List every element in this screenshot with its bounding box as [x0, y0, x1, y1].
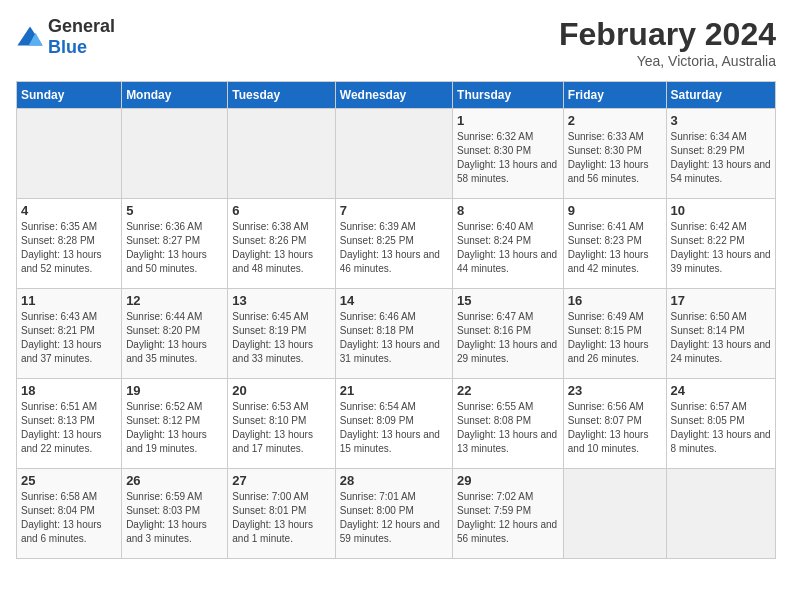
main-title: February 2024: [559, 16, 776, 53]
day-detail: Sunrise: 6:55 AMSunset: 8:08 PMDaylight:…: [457, 400, 559, 456]
day-detail: Sunrise: 6:38 AMSunset: 8:26 PMDaylight:…: [232, 220, 330, 276]
day-detail: Sunrise: 6:39 AMSunset: 8:25 PMDaylight:…: [340, 220, 448, 276]
calendar-cell: 2Sunrise: 6:33 AMSunset: 8:30 PMDaylight…: [563, 109, 666, 199]
calendar-cell: 14Sunrise: 6:46 AMSunset: 8:18 PMDayligh…: [335, 289, 452, 379]
day-number: 14: [340, 293, 448, 308]
day-detail: Sunrise: 6:43 AMSunset: 8:21 PMDaylight:…: [21, 310, 117, 366]
logo-text: General Blue: [48, 16, 115, 58]
day-number: 12: [126, 293, 223, 308]
calendar-header-row: SundayMondayTuesdayWednesdayThursdayFrid…: [17, 82, 776, 109]
calendar-cell: 24Sunrise: 6:57 AMSunset: 8:05 PMDayligh…: [666, 379, 775, 469]
day-detail: Sunrise: 6:51 AMSunset: 8:13 PMDaylight:…: [21, 400, 117, 456]
day-detail: Sunrise: 6:47 AMSunset: 8:16 PMDaylight:…: [457, 310, 559, 366]
day-detail: Sunrise: 6:54 AMSunset: 8:09 PMDaylight:…: [340, 400, 448, 456]
day-detail: Sunrise: 6:49 AMSunset: 8:15 PMDaylight:…: [568, 310, 662, 366]
day-number: 1: [457, 113, 559, 128]
calendar-cell: 3Sunrise: 6:34 AMSunset: 8:29 PMDaylight…: [666, 109, 775, 199]
calendar-cell: 26Sunrise: 6:59 AMSunset: 8:03 PMDayligh…: [122, 469, 228, 559]
calendar-cell: 22Sunrise: 6:55 AMSunset: 8:08 PMDayligh…: [453, 379, 564, 469]
day-number: 5: [126, 203, 223, 218]
calendar-week-row: 25Sunrise: 6:58 AMSunset: 8:04 PMDayligh…: [17, 469, 776, 559]
page-header: General Blue February 2024 Yea, Victoria…: [16, 16, 776, 69]
day-of-week-header: Friday: [563, 82, 666, 109]
calendar-week-row: 1Sunrise: 6:32 AMSunset: 8:30 PMDaylight…: [17, 109, 776, 199]
logo-general: General: [48, 16, 115, 36]
calendar-cell: 28Sunrise: 7:01 AMSunset: 8:00 PMDayligh…: [335, 469, 452, 559]
day-of-week-header: Thursday: [453, 82, 564, 109]
day-detail: Sunrise: 7:01 AMSunset: 8:00 PMDaylight:…: [340, 490, 448, 546]
subtitle: Yea, Victoria, Australia: [559, 53, 776, 69]
calendar-cell: [335, 109, 452, 199]
day-detail: Sunrise: 6:40 AMSunset: 8:24 PMDaylight:…: [457, 220, 559, 276]
day-number: 18: [21, 383, 117, 398]
day-number: 7: [340, 203, 448, 218]
day-of-week-header: Tuesday: [228, 82, 335, 109]
day-number: 13: [232, 293, 330, 308]
day-number: 9: [568, 203, 662, 218]
day-number: 6: [232, 203, 330, 218]
day-number: 17: [671, 293, 771, 308]
day-number: 3: [671, 113, 771, 128]
logo-blue: Blue: [48, 37, 87, 57]
day-detail: Sunrise: 6:53 AMSunset: 8:10 PMDaylight:…: [232, 400, 330, 456]
calendar-cell: 29Sunrise: 7:02 AMSunset: 7:59 PMDayligh…: [453, 469, 564, 559]
calendar-cell: [563, 469, 666, 559]
calendar-cell: 20Sunrise: 6:53 AMSunset: 8:10 PMDayligh…: [228, 379, 335, 469]
calendar-week-row: 11Sunrise: 6:43 AMSunset: 8:21 PMDayligh…: [17, 289, 776, 379]
calendar-cell: [228, 109, 335, 199]
calendar-cell: [666, 469, 775, 559]
title-block: February 2024 Yea, Victoria, Australia: [559, 16, 776, 69]
day-detail: Sunrise: 6:46 AMSunset: 8:18 PMDaylight:…: [340, 310, 448, 366]
calendar-table: SundayMondayTuesdayWednesdayThursdayFrid…: [16, 81, 776, 559]
day-of-week-header: Sunday: [17, 82, 122, 109]
calendar-cell: 11Sunrise: 6:43 AMSunset: 8:21 PMDayligh…: [17, 289, 122, 379]
calendar-cell: 25Sunrise: 6:58 AMSunset: 8:04 PMDayligh…: [17, 469, 122, 559]
calendar-cell: [17, 109, 122, 199]
calendar-cell: 1Sunrise: 6:32 AMSunset: 8:30 PMDaylight…: [453, 109, 564, 199]
calendar-cell: 6Sunrise: 6:38 AMSunset: 8:26 PMDaylight…: [228, 199, 335, 289]
calendar-cell: 9Sunrise: 6:41 AMSunset: 8:23 PMDaylight…: [563, 199, 666, 289]
calendar-cell: 7Sunrise: 6:39 AMSunset: 8:25 PMDaylight…: [335, 199, 452, 289]
calendar-cell: 4Sunrise: 6:35 AMSunset: 8:28 PMDaylight…: [17, 199, 122, 289]
day-number: 23: [568, 383, 662, 398]
day-number: 27: [232, 473, 330, 488]
calendar-week-row: 4Sunrise: 6:35 AMSunset: 8:28 PMDaylight…: [17, 199, 776, 289]
calendar-cell: 8Sunrise: 6:40 AMSunset: 8:24 PMDaylight…: [453, 199, 564, 289]
day-of-week-header: Saturday: [666, 82, 775, 109]
day-number: 20: [232, 383, 330, 398]
day-number: 8: [457, 203, 559, 218]
day-number: 28: [340, 473, 448, 488]
calendar-cell: [122, 109, 228, 199]
calendar-cell: 27Sunrise: 7:00 AMSunset: 8:01 PMDayligh…: [228, 469, 335, 559]
day-number: 15: [457, 293, 559, 308]
day-detail: Sunrise: 6:32 AMSunset: 8:30 PMDaylight:…: [457, 130, 559, 186]
day-detail: Sunrise: 6:57 AMSunset: 8:05 PMDaylight:…: [671, 400, 771, 456]
calendar-cell: 21Sunrise: 6:54 AMSunset: 8:09 PMDayligh…: [335, 379, 452, 469]
day-number: 11: [21, 293, 117, 308]
day-detail: Sunrise: 6:42 AMSunset: 8:22 PMDaylight:…: [671, 220, 771, 276]
calendar-week-row: 18Sunrise: 6:51 AMSunset: 8:13 PMDayligh…: [17, 379, 776, 469]
day-number: 19: [126, 383, 223, 398]
calendar-cell: 17Sunrise: 6:50 AMSunset: 8:14 PMDayligh…: [666, 289, 775, 379]
day-detail: Sunrise: 6:34 AMSunset: 8:29 PMDaylight:…: [671, 130, 771, 186]
day-number: 16: [568, 293, 662, 308]
day-detail: Sunrise: 6:59 AMSunset: 8:03 PMDaylight:…: [126, 490, 223, 546]
day-detail: Sunrise: 6:33 AMSunset: 8:30 PMDaylight:…: [568, 130, 662, 186]
day-number: 21: [340, 383, 448, 398]
calendar-cell: 10Sunrise: 6:42 AMSunset: 8:22 PMDayligh…: [666, 199, 775, 289]
day-number: 4: [21, 203, 117, 218]
day-number: 22: [457, 383, 559, 398]
calendar-cell: 23Sunrise: 6:56 AMSunset: 8:07 PMDayligh…: [563, 379, 666, 469]
day-detail: Sunrise: 6:35 AMSunset: 8:28 PMDaylight:…: [21, 220, 117, 276]
calendar-cell: 12Sunrise: 6:44 AMSunset: 8:20 PMDayligh…: [122, 289, 228, 379]
day-detail: Sunrise: 7:00 AMSunset: 8:01 PMDaylight:…: [232, 490, 330, 546]
calendar-cell: 18Sunrise: 6:51 AMSunset: 8:13 PMDayligh…: [17, 379, 122, 469]
day-detail: Sunrise: 6:44 AMSunset: 8:20 PMDaylight:…: [126, 310, 223, 366]
day-detail: Sunrise: 6:45 AMSunset: 8:19 PMDaylight:…: [232, 310, 330, 366]
day-number: 25: [21, 473, 117, 488]
calendar-cell: 16Sunrise: 6:49 AMSunset: 8:15 PMDayligh…: [563, 289, 666, 379]
calendar-cell: 5Sunrise: 6:36 AMSunset: 8:27 PMDaylight…: [122, 199, 228, 289]
day-number: 10: [671, 203, 771, 218]
logo-icon: [16, 23, 44, 51]
logo: General Blue: [16, 16, 115, 58]
